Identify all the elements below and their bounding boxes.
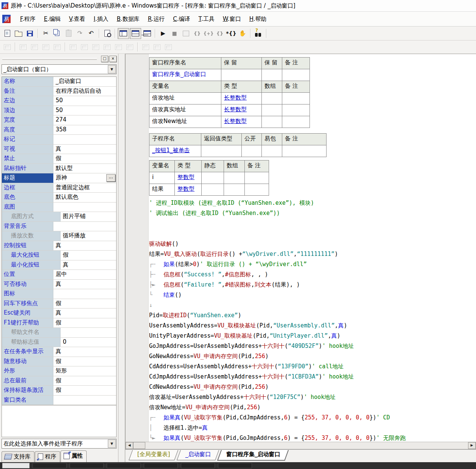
menu-item-i[interactable]: I.插入 <box>93 16 108 23</box>
table-header-cell[interactable]: 易包 <box>262 134 282 145</box>
property-value[interactable] <box>53 222 116 231</box>
property-value[interactable]: _启动窗口 <box>53 77 116 86</box>
object-selector[interactable]: _启动窗口（窗口） ▼ <box>2 64 117 74</box>
ellipsis-button[interactable]: ... <box>106 174 115 182</box>
copy-icon[interactable] <box>52 28 62 39</box>
taskbar-item[interactable] <box>181 463 215 468</box>
property-row[interactable]: 最小化按钮真 <box>2 260 116 270</box>
table-cell[interactable] <box>201 145 242 157</box>
property-row[interactable]: 最大化按钮假 <box>2 251 116 260</box>
table-header-cell[interactable]: 备 注 <box>245 160 269 172</box>
property-row[interactable]: 窗口类名 <box>2 396 116 405</box>
property-value[interactable] <box>53 135 116 144</box>
table-header-cell[interactable]: 变量名 <box>149 81 221 92</box>
menu-item-c[interactable]: C.编译 <box>173 16 190 23</box>
chevron-down-icon[interactable]: ▼ <box>108 439 116 448</box>
new-file-icon[interactable] <box>2 28 12 39</box>
property-value[interactable]: 假 <box>53 357 116 366</box>
property-value[interactable]: 假 <box>53 318 116 328</box>
table-cell[interactable] <box>221 69 262 81</box>
property-row[interactable]: 底图方式图片平铺 <box>2 212 116 222</box>
table-cell[interactable] <box>202 184 224 195</box>
table-header-cell[interactable]: 静态 <box>202 160 224 172</box>
property-row[interactable]: 帮助文件名 <box>2 328 116 338</box>
code-line[interactable]: 倍攻基址 = UserAssemblyAddress + 十六到十 (“120F… <box>149 392 476 402</box>
table-header-cell[interactable]: 类 型 <box>221 81 262 92</box>
property-value[interactable]: 默认型 <box>53 164 116 173</box>
table-cell[interactable] <box>262 145 282 157</box>
code-line[interactable]: └►如果真 (VU_读取字节集 (Pid, GoJmpAddress, 6) =… <box>149 433 476 442</box>
code-line[interactable] <box>149 218 476 229</box>
property-value[interactable]: 真 <box>53 241 116 251</box>
property-value[interactable]: 真 <box>61 260 116 270</box>
taskbar-item[interactable] <box>144 463 178 468</box>
table-cell[interactable] <box>262 93 282 104</box>
property-value[interactable]: 居中 <box>53 270 116 279</box>
property-row[interactable]: 高度358 <box>2 125 116 135</box>
table-header-cell[interactable]: 数组 <box>224 160 245 172</box>
code-line[interactable]: │选择框1.选中 = 真 <box>149 423 476 433</box>
code-line[interactable]: 倍攻New地址 = VU_申请内存空间 (Pid, 256) <box>149 402 476 413</box>
scroll-left-button[interactable]: ◀ <box>126 442 133 449</box>
taskbar-item[interactable] <box>218 463 252 468</box>
property-row[interactable]: 随意移动假 <box>2 357 116 367</box>
save-icon[interactable] <box>25 28 35 39</box>
property-row[interactable]: 标题原神... <box>2 173 116 183</box>
menu-item-e[interactable]: E.编辑 <box>44 16 61 23</box>
editor-tab[interactable]: _启动窗口 <box>177 450 219 460</box>
property-row[interactable]: 可视真 <box>2 145 116 154</box>
menu-item-f[interactable]: F.程序 <box>20 16 36 23</box>
table-header-cell[interactable]: 保 留 <box>221 58 262 69</box>
table-cell[interactable] <box>282 104 310 116</box>
table-header-cell[interactable]: 类 型 <box>175 160 202 172</box>
property-value[interactable] <box>61 328 116 337</box>
code-line[interactable]: Pid = 取进程ID (“YuanShen.exe”) <box>149 310 476 321</box>
scrollbar-thumb[interactable] <box>133 442 145 449</box>
table-cell[interactable] <box>242 145 262 157</box>
panel-maximize-button[interactable]: □ <box>101 56 108 62</box>
code-line[interactable]: UserAssemblyAddress = VU_取模块基址 (Pid, “Us… <box>149 321 476 331</box>
table-header-cell[interactable]: 数组 <box>262 81 282 92</box>
layout-left-icon[interactable] <box>118 28 129 39</box>
table-cell[interactable]: 整数型 <box>175 172 202 184</box>
table-cell[interactable] <box>262 104 282 116</box>
table-cell[interactable]: 长整数型 <box>221 116 262 128</box>
property-value[interactable]: 假 <box>53 299 116 309</box>
property-value[interactable]: 假 <box>61 251 116 260</box>
find-icon[interactable] <box>102 28 112 39</box>
table-header-cell[interactable]: 备 注 <box>282 134 326 145</box>
panel-drag-handle[interactable] <box>2 58 97 60</box>
property-value[interactable]: 在程序启动后自动 <box>53 87 116 96</box>
table-header-cell[interactable]: 变量名 <box>149 160 175 172</box>
property-value[interactable] <box>53 289 116 299</box>
property-row[interactable]: 边框普通固定边框 <box>2 183 116 193</box>
panel-close-button[interactable]: × <box>109 56 117 62</box>
property-row[interactable]: 回车下移焦点假 <box>2 299 116 309</box>
property-row[interactable]: Esc键关闭真 <box>2 309 116 318</box>
code-line[interactable]: CdNewAddress = VU_申请内存空间 (Pid, 256) <box>149 382 476 392</box>
table-cell[interactable]: 长整数型 <box>221 104 262 116</box>
property-value[interactable]: 普通固定边框 <box>53 183 116 193</box>
menu-item-t[interactable]: T.工具 <box>199 16 215 23</box>
chevron-down-icon[interactable]: ▼ <box>108 65 116 73</box>
table-cell[interactable] <box>282 116 310 128</box>
table-cell[interactable]: 结果 <box>149 184 175 195</box>
table-cell[interactable] <box>282 93 310 104</box>
table-cell[interactable] <box>245 172 269 184</box>
code-line[interactable]: ├►信息框 (“Failure! ”, #错误图标, 到文本 (结果), ) <box>149 280 476 290</box>
table-header-cell[interactable]: 子程序名 <box>149 134 201 145</box>
layout-split-icon[interactable] <box>130 28 141 39</box>
table-header-cell[interactable]: 公开 <box>242 134 262 145</box>
table-cell[interactable] <box>224 172 245 184</box>
code-line[interactable]: ├╌信息框 (“Success! ”, #信息图标, , ) <box>149 270 476 280</box>
editor-tab[interactable]: [全局变量表] <box>129 450 178 460</box>
table-cell[interactable]: 整数型 <box>175 184 202 195</box>
pause-icon[interactable] <box>237 28 248 39</box>
menu-item-h[interactable]: H.帮助 <box>249 16 267 23</box>
property-row[interactable]: 禁止假 <box>2 154 116 164</box>
event-selector[interactable]: 在此处选择加入事件处理子程序 ▼ <box>2 439 117 449</box>
table-cell[interactable]: 倍攻真实地址 <box>149 104 221 116</box>
table-cell[interactable]: 倍攻地址 <box>149 93 221 104</box>
editor-tab-active[interactable]: 窗口程序集_启动窗口 <box>217 450 289 461</box>
table-cell[interactable] <box>262 69 282 81</box>
